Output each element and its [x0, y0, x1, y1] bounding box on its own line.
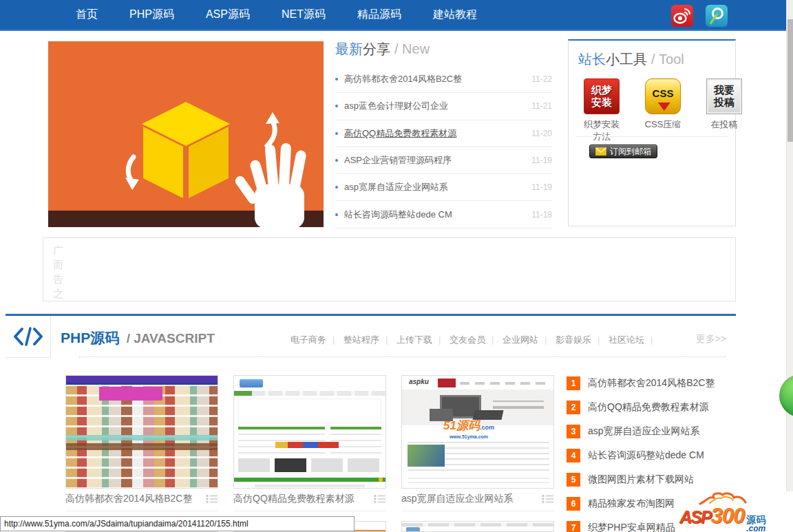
thumbnail-part	[238, 458, 381, 472]
tool-submit-article[interactable]: 我要 投稿 在投稿	[702, 78, 746, 143]
thumbnail-logo	[240, 379, 263, 387]
webmaster-tools-panel: 站长小工具/ Tool 织梦 安装 织梦安装方法 CSS CSS压缩 我要	[568, 39, 736, 226]
thumbnail-part	[408, 445, 445, 467]
thumbnail-aspku-site: aspku 51源码.com www.51yma.com	[401, 375, 554, 489]
card-caption[interactable]: 高仿QQ精品免费教程素材源	[233, 493, 355, 505]
rank-title[interactable]: 织梦PHP安卓网精品	[588, 522, 675, 532]
source-card[interactable]: aspku 51源码.com www.51yma.com asp宽屏自适应企业网…	[401, 375, 554, 511]
envelope-icon	[595, 147, 606, 156]
thumbnail-part	[379, 478, 383, 482]
category-link[interactable]: 影音娱乐	[556, 334, 606, 345]
thumbnail-part	[66, 443, 218, 450]
nav-item-net[interactable]: NET源码	[282, 8, 326, 22]
thumbnail-part	[330, 427, 381, 429]
category-link[interactable]: 整站程序	[343, 334, 394, 345]
ranking-item[interactable]: 4 站长咨询源码整站dede CM	[567, 449, 732, 462]
rank-badge: 4	[567, 449, 580, 462]
thumbnail-part	[493, 401, 544, 409]
subscribe-label: 订阅到邮箱	[610, 146, 651, 158]
thumbnail-part	[234, 478, 385, 482]
dedecms-install-icon: 织梦 安装	[584, 78, 620, 114]
nav-item-asp[interactable]: ASP源码	[206, 8, 250, 22]
thumbnail-part	[238, 398, 381, 423]
ranking-item[interactable]: 1 高仿韩都衣舍2014风格B2C整	[567, 376, 732, 390]
latest-share-list: 高仿韩都衣舍2014风格B2C整 11-22 asp蓝色会计理财公司企业 11-…	[335, 66, 552, 228]
category-link[interactable]: 电子商务	[290, 334, 341, 345]
ranking-item[interactable]: 2 高仿QQ精品免费教程素材源	[567, 401, 732, 414]
thumbnail-qq-tutorial-site	[233, 375, 386, 489]
bullet-icon	[335, 132, 338, 135]
category-link[interactable]: 企业网站	[503, 334, 553, 345]
card-caption[interactable]: 高仿韩都衣舍2014风格B2C整	[65, 493, 192, 505]
section-top-border	[6, 314, 736, 316]
list-icon	[374, 494, 386, 504]
rank-badge: 3	[567, 425, 580, 438]
scrollbar-thumb[interactable]	[787, 19, 793, 142]
article-link-hovered[interactable]: 高仿QQ精品免费教程素材源	[344, 127, 456, 140]
submit-article-icon: 我要 投稿	[706, 78, 742, 114]
list-item: asp宽屏自适应企业网站系 11-19	[335, 174, 552, 201]
category-link[interactable]: 交友会员	[450, 334, 500, 345]
dotted-divider	[79, 357, 726, 357]
tool-dedecms-install[interactable]: 织梦 安装 织梦安装方法	[580, 78, 624, 143]
list-item: 站长咨询源码整站dede CM 11-18	[335, 201, 552, 228]
category-link[interactable]: 上传下载	[396, 334, 447, 345]
title-rest: 分享	[363, 41, 390, 56]
latest-share-panel: 最新分享/ New 高仿韩都衣舍2014风格B2C整 11-22 asp蓝色会计…	[335, 40, 552, 227]
rank-title[interactable]: 高仿QQ精品免费教程素材源	[588, 401, 709, 414]
list-icon	[542, 494, 554, 504]
source-card[interactable]: 高仿QQ精品免费教程素材源	[233, 375, 386, 511]
more-link[interactable]: 更多>>	[678, 333, 726, 345]
watermark-url: www.51yma.com	[443, 432, 494, 442]
thumbnail-part	[473, 410, 504, 420]
divider	[233, 511, 386, 511]
rank-title[interactable]: asp宽屏自适应企业网站系	[588, 425, 700, 438]
thumbnail-row2[interactable]	[401, 521, 554, 532]
floating-service-button[interactable]	[779, 374, 793, 417]
article-link[interactable]: asp宽屏自适应企业网站系	[344, 181, 448, 193]
thumbnail-part	[66, 383, 218, 385]
category-link[interactable]: 社区论坛	[609, 334, 659, 345]
icon-text: 织梦	[591, 84, 612, 96]
thumbnail-part	[406, 527, 420, 532]
article-link[interactable]: ASP企业营销管理源码程序	[344, 154, 452, 167]
scrollbar-track[interactable]	[786, 0, 793, 532]
bullet-icon	[335, 159, 338, 162]
thumbnail-brand-text: aspku	[409, 378, 429, 385]
thumbnail-part	[275, 442, 339, 448]
nav-item-tutorial[interactable]: 建站教程	[433, 8, 477, 22]
thumbnail-part	[408, 476, 549, 483]
card-caption[interactable]: asp宽屏自适应企业网站系	[401, 493, 514, 505]
rank-title[interactable]: 微图网图片素材下载网站	[588, 474, 694, 486]
icon-text: CSS	[653, 87, 674, 100]
nav-items: 首页 PHP源码 ASP源码 NET源码 精品源码 建站教程	[0, 8, 477, 22]
ranking-item[interactable]: 3 asp宽屏自适应企业网站系	[567, 425, 732, 438]
article-link[interactable]: 高仿韩都衣舍2014风格B2C整	[344, 73, 462, 85]
thumbnail-part	[234, 391, 385, 396]
rank-title[interactable]: 精品独家发布淘图网	[588, 498, 675, 510]
tool-css-compress[interactable]: CSS CSS压缩	[641, 78, 685, 143]
list-item: asp蓝色会计理财公司企业 11-21	[335, 93, 552, 120]
thumbnail-b2c-site	[65, 375, 218, 489]
divider	[575, 136, 728, 137]
bullet-icon	[335, 186, 338, 189]
weibo-icon[interactable]	[671, 5, 693, 27]
article-link[interactable]: asp蓝色会计理财公司企业	[344, 100, 448, 112]
banner-slide[interactable]	[48, 41, 324, 227]
nav-item-home[interactable]: 首页	[76, 8, 98, 22]
banner-illustration	[48, 41, 324, 227]
list-icon	[206, 494, 218, 504]
subscribe-email-button[interactable]: 订阅到邮箱	[589, 145, 657, 158]
bullet-icon	[335, 213, 338, 216]
ranking-item[interactable]: 5 微图网图片素材下载网站	[567, 473, 732, 487]
thumbnail-part	[402, 523, 553, 526]
source-card[interactable]: 高仿韩都衣舍2014风格B2C整	[65, 375, 218, 511]
rank-title[interactable]: 站长咨询源码整站dede CM	[588, 449, 704, 462]
nav-item-premium[interactable]: 精品源码	[357, 8, 401, 22]
rank-badge: 5	[567, 473, 580, 487]
tencent-weibo-icon[interactable]	[706, 5, 728, 27]
nav-item-php[interactable]: PHP源码	[129, 8, 174, 22]
title-rest: 小工具	[606, 52, 647, 67]
rank-title[interactable]: 高仿韩都衣舍2014风格B2C整	[588, 377, 715, 390]
article-link[interactable]: 站长咨询源码整站dede CM	[344, 209, 452, 221]
